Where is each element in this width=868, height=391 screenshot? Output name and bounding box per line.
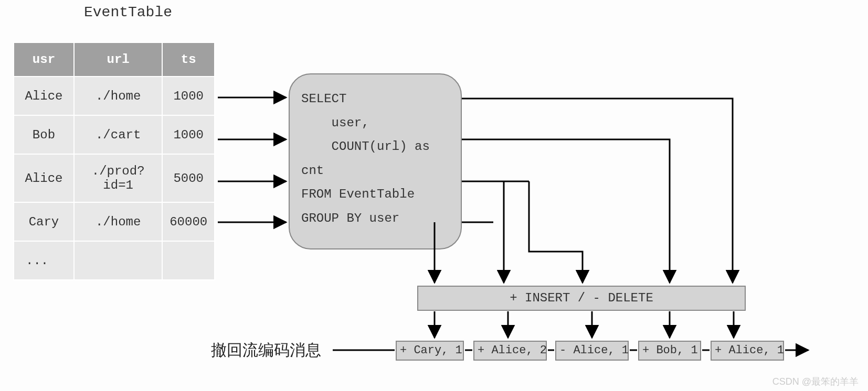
col-header-ts: ts [162, 42, 215, 77]
table-row: Cary ./home 60000 [14, 202, 215, 241]
retract-stream-label: 撤回流编码消息 [211, 340, 321, 361]
cell-usr: Alice [14, 154, 74, 202]
cell-url: ./prod?id=1 [74, 154, 163, 202]
col-header-usr: usr [14, 42, 74, 77]
cell-usr: ... [14, 241, 74, 280]
table-row: Bob ./cart 1000 [14, 115, 215, 154]
event-table-title: EventTable [84, 4, 172, 20]
cell-url [74, 241, 163, 280]
message-box: + Cary, 1 [396, 341, 464, 361]
cell-ts: 60000 [162, 202, 215, 241]
col-header-url: url [74, 42, 163, 77]
cell-ts: 5000 [162, 154, 215, 202]
table-row: Alice ./home 1000 [14, 77, 215, 115]
table-row: ... [14, 241, 215, 280]
table-row: Alice ./prod?id=1 5000 [14, 154, 215, 202]
cell-url: ./home [74, 202, 163, 241]
cell-url: ./home [74, 77, 163, 115]
watermark: CSDN @最笨的羊羊 [772, 375, 859, 388]
cell-ts: 1000 [162, 77, 215, 115]
message-box: + Bob, 1 [638, 341, 701, 361]
cell-url: ./cart [74, 115, 163, 154]
cell-ts: 1000 [162, 115, 215, 154]
message-box: + Alice, 1 [711, 341, 784, 361]
sql-query-box: SELECT user, COUNT(url) as cnt FROM Even… [289, 73, 462, 249]
cell-usr: Cary [14, 202, 74, 241]
cell-usr: Bob [14, 115, 74, 154]
cell-usr: Alice [14, 77, 74, 115]
message-box: + Alice, 2 [473, 341, 547, 361]
message-box: - Alice, 1 [555, 341, 629, 361]
event-table: usr url ts Alice ./home 1000 Bob ./cart … [13, 42, 215, 280]
cell-ts [162, 241, 215, 280]
insert-delete-label-box: + INSERT / - DELETE [417, 286, 746, 311]
